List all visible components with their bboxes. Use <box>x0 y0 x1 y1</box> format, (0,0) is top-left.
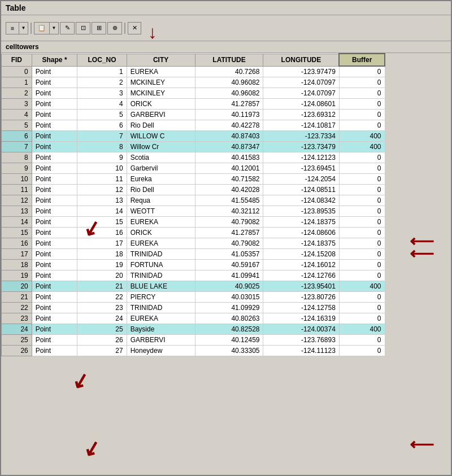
cell-shape: Point <box>32 185 77 195</box>
cell-longitude: -124.18375 <box>263 238 339 249</box>
cell-loc-no: 20 <box>77 270 127 281</box>
cell-loc-no: 19 <box>77 260 127 270</box>
cell-city: Requa <box>127 195 195 206</box>
cell-buffer: 0 <box>339 303 385 313</box>
table-row[interactable]: 2Point3MCKINLEY40.96082-124.070970 <box>2 88 385 99</box>
options-btn[interactable]: ≡ <box>6 22 19 34</box>
table-row[interactable]: 19Point20TRINIDAD41.09941-124.127660 <box>2 270 385 281</box>
cell-longitude: -124.07097 <box>263 88 339 99</box>
right-arrow-row7: ⟵ <box>410 243 434 263</box>
cell-longitude: -123.69451 <box>263 163 339 174</box>
add-field-dropdown-arrow[interactable]: ▼ <box>50 22 59 34</box>
table-row[interactable]: 26Point27Honeydew40.33305-124.111230 <box>2 346 385 356</box>
table-row[interactable]: 8Point9Scotia40.41583-124.121230 <box>2 152 385 163</box>
toggle-editing-btn[interactable]: ✎ <box>60 22 75 34</box>
table-row[interactable]: 21Point22PIERCY40.03015-123.807260 <box>2 292 385 303</box>
cell-longitude: -124.2054 <box>263 174 339 185</box>
cell-latitude: 40.9025 <box>195 281 263 292</box>
cell-loc-no: 7 <box>77 131 127 142</box>
table-row[interactable]: 20Point21BLUE LAKE40.9025-123.95401400 <box>2 281 385 292</box>
table-row[interactable]: 6Point7WILLOW C40.87403-123.7334400 <box>2 131 385 142</box>
title-bar: Table <box>1 1 451 15</box>
cell-longitude: -124.15208 <box>263 249 339 260</box>
cell-loc-no: 4 <box>77 99 127 110</box>
table-row[interactable]: 7Point8Willow Cr40.87347-123.73479400 <box>2 142 385 152</box>
data-table: FID Shape * LOC_NO CITY LATITUDE LONGITU… <box>1 53 385 356</box>
cell-latitude: 40.87403 <box>195 131 263 142</box>
cell-latitude: 40.79082 <box>195 238 263 249</box>
cell-longitude: -123.89535 <box>263 206 339 217</box>
cell-latitude: 40.32112 <box>195 206 263 217</box>
header-city: CITY <box>127 54 195 66</box>
header-shape: Shape * <box>32 54 77 66</box>
cell-fid: 17 <box>2 249 32 260</box>
cell-city: ORICK <box>127 99 195 110</box>
cell-fid: 4 <box>2 110 32 120</box>
add-field-btn[interactable]: 📋 <box>34 22 50 34</box>
cell-fid: 15 <box>2 228 32 238</box>
table-row[interactable]: 17Point18TRINIDAD41.05357-124.152080 <box>2 249 385 260</box>
cell-buffer: 0 <box>339 66 385 77</box>
table-row[interactable]: 1Point2MCKINLEY40.96082-124.070970 <box>2 77 385 88</box>
cell-shape: Point <box>32 270 77 281</box>
cell-city: MCKINLEY <box>127 77 195 88</box>
cell-longitude: -124.11123 <box>263 346 339 356</box>
table-row[interactable]: 14Point15EUREKA40.79082-124.183750 <box>2 217 385 228</box>
options-dropdown-arrow[interactable]: ▼ <box>19 22 28 34</box>
table-row[interactable]: 9Point10Garbervil40.12001-123.694510 <box>2 163 385 174</box>
cell-loc-no: 14 <box>77 206 127 217</box>
cell-shape: Point <box>32 110 77 120</box>
cell-shape: Point <box>32 346 77 356</box>
table-row[interactable]: 25Point26GARBERVI40.12459-123.768930 <box>2 335 385 346</box>
table-row[interactable]: 5Point6Rio Dell40.42278-124.108170 <box>2 120 385 131</box>
cell-fid: 5 <box>2 120 32 131</box>
table-row[interactable]: 18Point19FORTUNA40.59167-124.160120 <box>2 260 385 270</box>
cell-city: Scotia <box>127 152 195 163</box>
cell-loc-no: 21 <box>77 281 127 292</box>
cell-shape: Point <box>32 249 77 260</box>
table-row[interactable]: 13Point14WEOTT40.32112-123.895350 <box>2 206 385 217</box>
table-row[interactable]: 22Point23TRINIDAD41.09929-124.127580 <box>2 303 385 313</box>
table-row[interactable]: 3Point4ORICK41.27857-124.086010 <box>2 99 385 110</box>
header-loc-no: LOC_NO <box>77 54 127 66</box>
header-row: FID Shape * LOC_NO CITY LATITUDE LONGITU… <box>2 54 385 66</box>
table-row[interactable]: 12Point13Requa41.55485-124.083420 <box>2 195 385 206</box>
cell-latitude: 41.27857 <box>195 99 263 110</box>
cell-latitude: 40.71582 <box>195 174 263 185</box>
add-field-dropdown[interactable]: 📋 ▼ <box>34 22 59 34</box>
select-by-location-btn[interactable]: ⊡ <box>76 22 90 34</box>
cell-shape: Point <box>32 281 77 292</box>
cell-fid: 22 <box>2 303 32 313</box>
table-row[interactable]: 10Point11Eureka40.71582-124.20540 <box>2 174 385 185</box>
cell-loc-no: 27 <box>77 346 127 356</box>
table-row[interactable]: 0Point1EUREKA40.7268-123.974790 <box>2 66 385 77</box>
cell-buffer: 0 <box>339 174 385 185</box>
layer-name: celltowers <box>6 43 39 51</box>
cell-longitude: -124.16319 <box>263 313 339 324</box>
cell-loc-no: 1 <box>77 66 127 77</box>
separator-2 <box>124 23 125 34</box>
cell-fid: 6 <box>2 131 32 142</box>
switch-view-btn[interactable]: ⊞ <box>92 22 106 34</box>
cell-longitude: -124.16012 <box>263 260 339 270</box>
cell-longitude: -123.95401 <box>263 281 339 292</box>
options-dropdown[interactable]: ≡ ▼ <box>6 22 28 34</box>
right-arrow-row20: ⟵ <box>410 434 434 454</box>
table-row[interactable]: 23Point24EUREKA40.80263-124.163190 <box>2 313 385 324</box>
add-xy-btn[interactable]: ⊕ <box>107 22 122 34</box>
table-row[interactable]: 24Point25Bayside40.82528-124.00374400 <box>2 324 385 335</box>
cell-shape: Point <box>32 303 77 313</box>
cell-fid: 13 <box>2 206 32 217</box>
down-arrow-2: ↙ <box>69 368 92 395</box>
cell-latitude: 41.05357 <box>195 249 263 260</box>
cell-loc-no: 22 <box>77 292 127 303</box>
delete-btn[interactable]: ✕ <box>128 22 141 34</box>
cell-city: WEOTT <box>127 206 195 217</box>
table-row[interactable]: 4Point5GARBERVI40.11973-123.693120 <box>2 110 385 120</box>
table-container[interactable]: FID Shape * LOC_NO CITY LATITUDE LONGITU… <box>1 53 385 356</box>
table-row[interactable]: 16Point17EUREKA40.79082-124.183750 <box>2 238 385 249</box>
cell-shape: Point <box>32 292 77 303</box>
cell-buffer: 400 <box>339 142 385 152</box>
table-row[interactable]: 11Point12Rio Dell40.42028-124.085110 <box>2 185 385 195</box>
table-row[interactable]: 15Point16ORICK41.27857-124.086060 <box>2 228 385 238</box>
